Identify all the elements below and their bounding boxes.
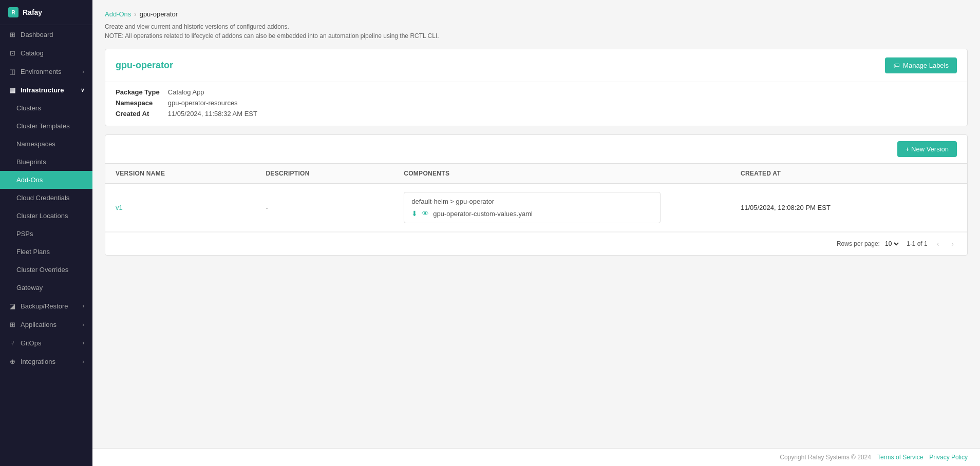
col-created-at: Created At [730, 164, 967, 184]
addon-meta: Package Type Catalog App Namespace gpu-o… [105, 82, 967, 126]
sidebar-item-gateway[interactable]: Gateway [0, 279, 92, 297]
col-components: Components [393, 164, 730, 184]
page-info: 1-1 of 1 [907, 240, 928, 247]
sidebar-item-add-ons[interactable]: Add-Ons [0, 171, 92, 189]
sidebar-item-dashboard[interactable]: ⊞ Dashboard [0, 25, 92, 44]
label-icon: 🏷 [893, 62, 900, 69]
new-version-label: + New Version [906, 145, 949, 153]
sidebar-item-label: Blueprints [16, 158, 46, 166]
sidebar-item-label: Applications [21, 321, 56, 328]
sidebar-item-cloud-credentials[interactable]: Cloud Credentials [0, 189, 92, 207]
sidebar-item-label: Add-Ons [16, 176, 43, 184]
description-cell: - [255, 184, 393, 232]
sidebar-item-label: Integrations [21, 358, 55, 365]
component-file-row: ⬇ 👁 gpu-operator-custom-values.yaml [411, 209, 653, 218]
components-cell: default-helm > gpu-operator ⬇ 👁 gpu-oper… [393, 184, 730, 232]
sidebar-item-integrations[interactable]: ⊕ Integrations › [0, 352, 92, 371]
sidebar-item-backup-restore[interactable]: ◪ Backup/Restore › [0, 297, 92, 315]
footer: Copyright Rafay Systems © 2024 Terms of … [92, 448, 980, 466]
git-icon: ⑂ [8, 339, 16, 347]
sidebar-item-environments[interactable]: ◫ Environments › [0, 62, 92, 81]
new-version-button[interactable]: + New Version [897, 141, 957, 157]
addon-info-card: gpu-operator 🏷 Manage Labels Package Typ… [105, 49, 968, 126]
package-type-label: Package Type [116, 88, 160, 96]
sidebar-item-label: GitOps [21, 339, 41, 347]
eye-icon[interactable]: 👁 [422, 209, 429, 218]
created-at-label: Created At [116, 110, 160, 118]
sidebar-item-label: PSPs [16, 230, 33, 238]
breadcrumb-separator: › [134, 10, 136, 18]
sidebar-item-label: Dashboard [21, 31, 53, 38]
sidebar-item-clusters[interactable]: Clusters [0, 99, 92, 117]
sidebar-logo: R Rafay [0, 0, 92, 25]
grid-icon: ⊞ [8, 30, 16, 38]
pagination-row: Rows per page: 10 25 50 1-1 of 1 ‹ › [105, 232, 967, 255]
table-row: v1 - default-helm > gpu-operator ⬇ 👁 gpu… [105, 184, 967, 232]
sidebar-item-label: Cloud Credentials [16, 194, 69, 202]
copyright-text: Copyright Rafay Systems © 2024 [780, 454, 871, 461]
breadcrumb-parent[interactable]: Add-Ons [105, 10, 131, 18]
sidebar-item-fleet-plans[interactable]: Fleet Plans [0, 243, 92, 261]
rows-per-page-label: Rows per page: [837, 240, 880, 247]
catalog-icon: ⊡ [8, 49, 16, 57]
chevron-right-icon: › [83, 340, 84, 346]
sidebar-item-cluster-locations[interactable]: Cluster Locations [0, 207, 92, 225]
namespace-value: gpu-operator-resources [168, 99, 957, 107]
version-link[interactable]: v1 [116, 204, 123, 211]
chevron-down-icon: ∨ [81, 87, 84, 93]
app-icon: ⊞ [8, 320, 16, 328]
logo-icon: R [8, 7, 18, 17]
versions-table: Version Name Description Components Crea… [105, 164, 967, 232]
sidebar-item-cluster-overrides[interactable]: Cluster Overrides [0, 261, 92, 279]
sidebar-item-infrastructure[interactable]: ▦ Infrastructure ∨ [0, 81, 92, 99]
chevron-right-icon: › [83, 69, 84, 74]
manage-labels-button[interactable]: 🏷 Manage Labels [885, 57, 957, 73]
sidebar-item-namespaces[interactable]: Namespaces [0, 135, 92, 153]
chevron-right-icon: › [83, 322, 84, 327]
breadcrumb: Add-Ons › gpu-operator [105, 10, 968, 18]
description-line1: Create and view current and historic ver… [105, 22, 968, 31]
chevron-right-icon: › [83, 359, 84, 364]
chevron-right-icon: › [83, 303, 84, 309]
sidebar-item-label: Namespaces [16, 140, 55, 148]
sidebar-item-blueprints[interactable]: Blueprints [0, 153, 92, 171]
breadcrumb-current: gpu-operator [140, 10, 178, 18]
sidebar-item-label: Cluster Overrides [16, 266, 68, 274]
sidebar-item-label: Gateway [16, 284, 43, 292]
sidebar: R Rafay ⊞ Dashboard ⊡ Catalog ◫ Environm… [0, 0, 92, 466]
sidebar-item-cluster-templates[interactable]: Cluster Templates [0, 117, 92, 135]
created-at-value: 11/05/2024, 11:58:32 AM EST [168, 110, 957, 118]
plug-icon: ⊕ [8, 357, 16, 365]
privacy-policy-link[interactable]: Privacy Policy [929, 454, 968, 461]
previous-page-button[interactable]: ‹ [934, 239, 943, 249]
sidebar-item-label: Cluster Locations [16, 212, 68, 220]
versions-toolbar: + New Version [105, 135, 967, 164]
layers-icon: ◫ [8, 67, 16, 75]
sidebar-item-applications[interactable]: ⊞ Applications › [0, 315, 92, 334]
sidebar-item-label: Backup/Restore [21, 302, 68, 310]
sidebar-item-label: Clusters [16, 104, 41, 112]
manage-labels-label: Manage Labels [903, 62, 949, 69]
versions-card: + New Version Version Name Description C… [105, 134, 968, 256]
namespace-label: Namespace [116, 99, 160, 107]
addon-card-header: gpu-operator 🏷 Manage Labels [105, 49, 967, 82]
sidebar-item-label: Catalog [21, 49, 44, 57]
server-icon: ▦ [8, 86, 16, 94]
col-version-name: Version Name [105, 164, 255, 184]
sidebar-item-catalog[interactable]: ⊡ Catalog [0, 44, 92, 62]
main-content: Add-Ons › gpu-operator Create and view c… [92, 0, 980, 466]
addon-title: gpu-operator [116, 60, 173, 71]
component-box: default-helm > gpu-operator ⬇ 👁 gpu-oper… [404, 192, 661, 223]
terms-of-service-link[interactable]: Terms of Service [877, 454, 923, 461]
sidebar-item-psps[interactable]: PSPs [0, 225, 92, 243]
rows-per-page-dropdown[interactable]: 10 25 50 [883, 240, 900, 248]
created-at-cell: 11/05/2024, 12:08:20 PM EST [730, 184, 967, 232]
description-line2: NOTE: All operations related to lifecycl… [105, 31, 968, 41]
package-type-value: Catalog App [168, 88, 957, 96]
download-icon[interactable]: ⬇ [411, 209, 418, 218]
logo-text: Rafay [23, 8, 42, 16]
next-page-button[interactable]: › [948, 239, 957, 249]
sidebar-item-gitops[interactable]: ⑂ GitOps › [0, 334, 92, 352]
sidebar-item-label: Environments [21, 68, 61, 75]
component-name: default-helm > gpu-operator [411, 198, 653, 205]
